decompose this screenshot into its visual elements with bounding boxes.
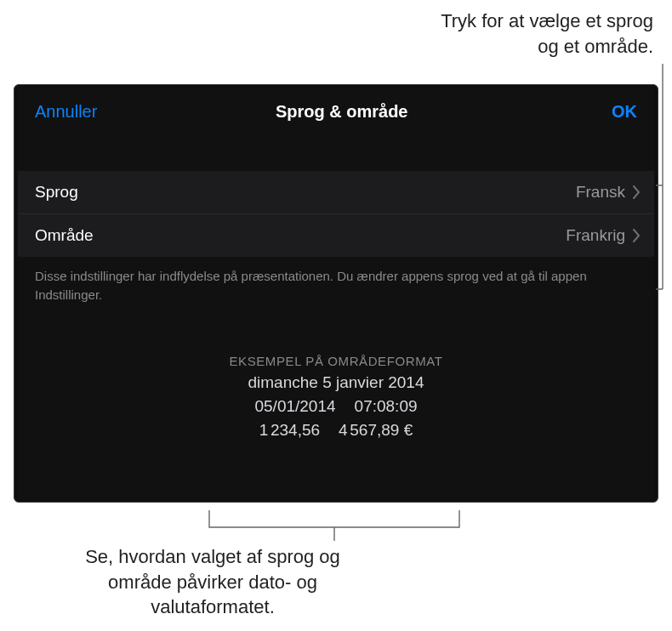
example-heading: EKSEMPEL PÅ OMRÅDEFORMAT [18,354,654,368]
settings-panel: Annuller Sprog & område OK Sprog Fransk [18,88,654,498]
row-region-value: Frankrig [566,226,625,245]
footer-note: Disse indstillinger har indflydelse på p… [18,257,654,304]
chevron-right-icon [632,185,641,199]
documentation-figure: Tryk for at vælge et sprog og et område.… [0,0,672,631]
cancel-button[interactable]: Annuller [35,102,97,122]
example-block: EKSEMPEL PÅ OMRÅDEFORMAT dimanche 5 janv… [18,354,654,440]
example-number-currency-line: 1 234,564 567,89 € [18,421,654,440]
row-language-value: Fransk [576,183,625,202]
example-long-date: dimanche 5 janvier 2014 [18,373,654,392]
row-region-label: Område [35,226,94,245]
page-title: Sprog & område [97,102,586,122]
example-number: 1 234,56 [259,421,320,439]
example-time: 07:08:09 [355,397,418,415]
row-language[interactable]: Sprog Fransk [18,171,654,214]
callout-bottom: Se, hvordan valget af sprog og område på… [77,544,349,620]
nav-bar: Annuller Sprog & område OK [18,88,654,139]
callout-top: Tryk for at vælge et sprog og et område. [415,9,653,59]
settings-rows: Sprog Fransk Område Frankrig [18,171,654,257]
device-frame: Annuller Sprog & område OK Sprog Fransk [14,84,658,503]
ok-button[interactable]: OK [586,102,637,122]
example-short-date: 05/01/2014 [254,397,335,415]
row-language-label: Sprog [35,183,78,202]
chevron-right-icon [632,229,641,242]
example-currency: 4 567,89 € [339,421,413,439]
row-region[interactable]: Område Frankrig [18,214,654,257]
example-date-time-line: 05/01/201407:08:09 [18,397,654,416]
